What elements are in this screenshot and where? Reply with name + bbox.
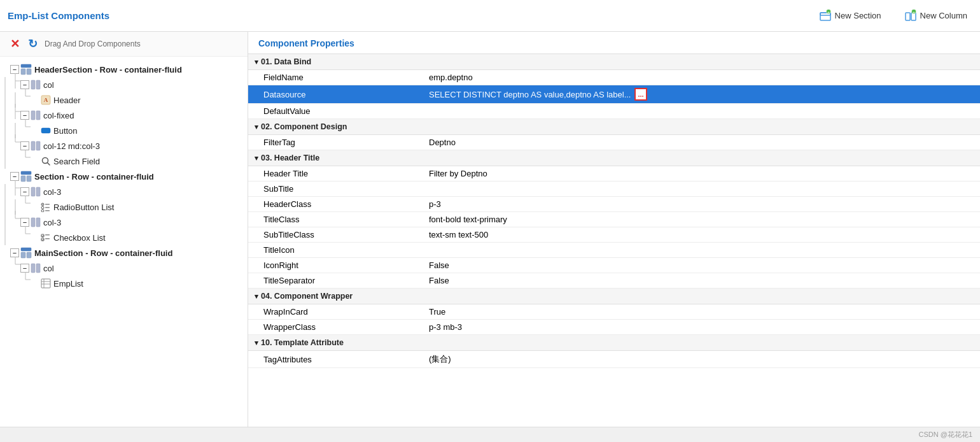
svg-rect-9 <box>21 69 25 75</box>
props-section-template-attribute[interactable]: ▾10. Template Attribute <box>248 335 980 351</box>
props-section-data-bind[interactable]: ▾01. Data Bind <box>248 54 980 70</box>
tree-children-col-fixed: Button <box>0 123 248 138</box>
tree-node-col-main[interactable]: −col <box>0 260 248 276</box>
tree-expander-col1[interactable]: − <box>20 80 29 89</box>
svg-text:+: + <box>913 10 915 13</box>
svg-text:A: A <box>44 97 48 103</box>
tree-node-col-3-b[interactable]: −col-3 <box>0 215 248 230</box>
prop-row-datasource[interactable]: DatasourceSELECT DISTINCT deptno AS valu… <box>248 85 980 104</box>
tree-node-radiobutton-list[interactable]: RadioButton List <box>0 199 248 215</box>
tree-expander-emplist[interactable] <box>31 279 39 288</box>
tree-expander-checkbox-list[interactable] <box>31 233 39 242</box>
svg-rect-28 <box>36 111 40 120</box>
tree-node-checkbox-list[interactable]: Checkbox List <box>0 230 248 245</box>
ellipsis-button-datasource[interactable]: ... <box>634 88 647 101</box>
prop-row-wrapincard[interactable]: WrapInCardTrue <box>248 304 980 320</box>
prop-row-iconright[interactable]: IconRightFalse <box>248 258 980 273</box>
prop-name-titleicon: TitleIcon <box>248 243 414 258</box>
prop-name-wrapincard: WrapInCard <box>248 304 414 320</box>
prop-row-header-title-val[interactable]: Header TitleFilter by Deptno <box>248 166 980 182</box>
svg-rect-75 <box>45 238 50 239</box>
tree-node-col-fixed[interactable]: −col-fixed <box>0 108 248 123</box>
prop-value-wrapperclass: p-3 mb-3 <box>414 320 980 335</box>
prop-value-titleicon <box>414 243 980 258</box>
tree-children-col1: AHeader <box>0 92 248 108</box>
tree-node-col-3-a[interactable]: −col-3 <box>0 184 248 199</box>
tree-label-col-main: col <box>43 264 54 273</box>
prop-name-datasource: Datasource <box>248 85 414 104</box>
prop-row-titleseparator[interactable]: TitleSeparatorFalse <box>248 273 980 289</box>
prop-row-tagattributes[interactable]: TagAttributes(集合) <box>248 351 980 368</box>
left-panel-header: ✕ ↻ Drag And Drop Components <box>0 32 248 57</box>
tree-expander-search-field[interactable] <box>31 157 39 166</box>
tree-expander-header[interactable] <box>31 96 39 104</box>
prop-row-filtertag[interactable]: FilterTagDeptno <box>248 135 980 150</box>
tree-node-emplist[interactable]: EmpList <box>0 276 248 291</box>
svg-point-62 <box>41 210 44 212</box>
prop-value-fieldname: emp.deptno <box>414 70 980 85</box>
prop-value-datasource[interactable]: SELECT DISTINCT deptno AS value,deptno A… <box>414 85 980 104</box>
svg-rect-45 <box>21 176 25 182</box>
toolbar-title: Emp-List Components <box>8 10 109 21</box>
svg-rect-8 <box>21 64 31 68</box>
prop-row-wrapperclass[interactable]: WrapperClassp-3 mb-3 <box>248 320 980 335</box>
props-scroll[interactable]: ▾01. Data BindFieldNameemp.deptnoDatasou… <box>248 54 980 427</box>
props-section-header-title[interactable]: ▾03. Header Title <box>248 150 980 166</box>
tree-label-col-12-md-col-3: col-12 md:col-3 <box>43 141 100 151</box>
tree-label-col-3-b: col-3 <box>43 218 61 227</box>
svg-rect-16 <box>36 80 40 89</box>
tree-expander-col-3-b[interactable]: − <box>20 218 29 227</box>
tree-container: −HeaderSection - Row - container-fluid −… <box>0 57 248 427</box>
prop-name-header-title-val: Header Title <box>248 166 414 182</box>
tree-node-col1[interactable]: −col <box>0 77 248 92</box>
tree-children-section: −col-3 RadioButton List −col-3 Checkbox … <box>0 184 248 245</box>
tree-node-main-section[interactable]: −MainSection - Row - container-fluid <box>0 245 248 260</box>
close-icon[interactable]: ✕ <box>8 37 22 51</box>
props-section-component-wrapper[interactable]: ▾04. Component Wrapper <box>248 289 980 304</box>
tree-icon-button <box>41 125 51 136</box>
new-section-button[interactable]: + New Section <box>814 7 886 25</box>
props-section-component-design[interactable]: ▾02. Component Design <box>248 119 980 135</box>
prop-name-subtitle: SubTitle <box>248 182 414 197</box>
section-chevron: ▾ <box>255 123 258 131</box>
tree-expander-col-3-a[interactable]: − <box>20 187 29 196</box>
refresh-icon[interactable]: ↻ <box>25 37 39 51</box>
prop-name-wrapperclass: WrapperClass <box>248 320 414 335</box>
svg-rect-46 <box>27 176 31 182</box>
prop-row-fieldname[interactable]: FieldNameemp.deptno <box>248 70 980 85</box>
svg-rect-63 <box>45 210 50 211</box>
tree-node-search-field[interactable]: Search Field <box>0 153 248 169</box>
prop-row-subtitleclass[interactable]: SubTitleClasstext-sm text-500 <box>248 227 980 243</box>
prop-row-titleicon[interactable]: TitleIcon <box>248 243 980 258</box>
tree-expander-col-fixed[interactable]: − <box>20 111 29 120</box>
tree-expander-section[interactable]: − <box>10 172 19 181</box>
tree-node-section[interactable]: −Section - Row - container-fluid <box>0 169 248 184</box>
tree-expander-header-section[interactable]: − <box>10 65 19 74</box>
prop-row-titleclass[interactable]: TitleClassfont-bold text-primary <box>248 212 980 227</box>
right-panel: Component Properties ▾01. Data BindField… <box>248 32 980 427</box>
section-chevron: ▾ <box>255 154 258 162</box>
prop-row-headerclass[interactable]: HeaderClassp-3 <box>248 197 980 212</box>
tree-node-button[interactable]: Button <box>0 123 248 138</box>
tree-expander-main-section[interactable]: − <box>10 248 19 257</box>
tree-expander-col-12-md-col-3[interactable]: − <box>20 141 29 150</box>
svg-rect-15 <box>31 80 35 89</box>
svg-rect-52 <box>36 187 40 196</box>
svg-rect-51 <box>31 187 35 196</box>
tree-expander-radiobutton-list[interactable] <box>31 203 39 211</box>
tree-node-header[interactable]: AHeader <box>0 92 248 108</box>
new-column-button[interactable]: + New Column <box>899 7 972 25</box>
tree-node-col-12-md-col-3[interactable]: −col-12 md:col-3 <box>0 138 248 153</box>
tree-icon-col <box>31 80 41 90</box>
tree-label-checkbox-list: Checkbox List <box>53 233 106 243</box>
tree-node-header-section[interactable]: −HeaderSection - Row - container-fluid <box>0 62 248 77</box>
tree-expander-col-main[interactable]: − <box>20 264 29 273</box>
prop-row-defaultvalue[interactable]: DefaultValue <box>248 104 980 119</box>
prop-row-subtitle[interactable]: SubTitle <box>248 182 980 197</box>
tree-expander-button[interactable] <box>31 126 39 135</box>
tree-icon-header-a: A <box>41 95 51 105</box>
svg-rect-5 <box>911 13 916 20</box>
footer: CSDN @花花花1 <box>0 427 980 442</box>
prop-value-tagattributes: (集合) <box>414 351 980 368</box>
svg-point-58 <box>42 204 43 205</box>
